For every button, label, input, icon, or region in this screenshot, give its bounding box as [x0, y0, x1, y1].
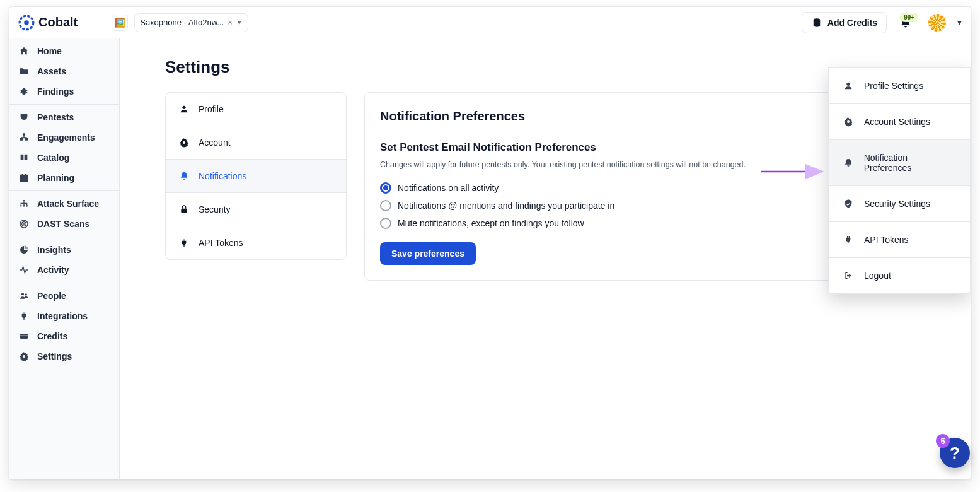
user-menu-api-tokens[interactable]: API Tokens — [829, 222, 970, 258]
sidebar-item-activity[interactable]: Activity — [9, 260, 119, 280]
save-preferences-button[interactable]: Save preferences — [380, 242, 476, 265]
radio-input[interactable] — [380, 182, 391, 194]
avatar[interactable] — [928, 14, 946, 32]
subnav-item-api-tokens[interactable]: API Tokens — [166, 226, 346, 259]
gear-icon — [178, 138, 190, 148]
help-button[interactable]: 5 ? — [940, 438, 970, 468]
sidebar-item-findings[interactable]: Findings — [9, 81, 119, 102]
settings-subnav: ProfileAccountNotificationsSecurityAPI T… — [165, 92, 347, 260]
user-menu-label: Profile Settings — [864, 81, 923, 91]
sidebar-item-label: Planning — [37, 173, 74, 183]
body: HomeAssetsFindingsPentestsEngagementsCat… — [9, 38, 971, 479]
sidebar-item-catalog[interactable]: Catalog — [9, 148, 119, 168]
sidebar-item-dast-scans[interactable]: DAST Scans — [9, 214, 119, 234]
radio-label: Notifications on all activity — [398, 183, 499, 193]
orgchart-icon — [18, 132, 30, 143]
plug-icon — [18, 311, 30, 321]
sidebar-item-label: Home — [37, 46, 62, 56]
project-name: Saxophone - Alto2nw... — [140, 18, 224, 27]
user-menu-security-settings[interactable]: Security Settings — [829, 186, 970, 222]
plug-icon — [843, 235, 854, 245]
lock-icon — [178, 204, 190, 214]
topbar: Cobalt 🖼️ Saxophone - Alto2nw... × ▼ Add… — [9, 7, 971, 38]
user-menu-label: Logout — [864, 271, 891, 281]
sidebar-item-home[interactable]: Home — [9, 41, 119, 61]
user-menu-label: Notification Preferences — [864, 153, 956, 173]
user-menu-logout[interactable]: Logout — [829, 258, 970, 293]
subnav-item-label: Security — [199, 204, 231, 214]
plug-icon — [178, 238, 190, 248]
sidebar-item-settings[interactable]: Settings — [9, 346, 119, 366]
clear-project-icon[interactable]: × — [228, 18, 233, 27]
sidebar-item-credits[interactable]: Credits — [9, 326, 119, 346]
bell-icon — [843, 158, 854, 168]
folder-icon — [18, 66, 30, 76]
sidebar-item-label: Catalog — [37, 153, 69, 163]
sidebar-item-label: People — [37, 291, 66, 301]
subnav-item-account[interactable]: Account — [166, 126, 346, 160]
sidebar-item-label: Integrations — [37, 311, 88, 321]
help-count-badge: 5 — [936, 434, 950, 448]
chevron-down-icon[interactable]: ▼ — [956, 19, 963, 26]
sidebar-item-assets[interactable]: Assets — [9, 61, 119, 81]
radio-label: Notifications @ mentions and findings yo… — [398, 201, 614, 211]
user-menu-profile-settings[interactable]: Profile Settings — [829, 68, 970, 104]
shieldbox-icon — [18, 112, 30, 122]
subnav-item-profile[interactable]: Profile — [166, 93, 346, 126]
user-icon — [843, 81, 854, 91]
app-window: Cobalt 🖼️ Saxophone - Alto2nw... × ▼ Add… — [9, 6, 971, 479]
radio-label: Mute notifications, except on findings y… — [398, 218, 584, 228]
subnav-item-label: Notifications — [199, 171, 246, 181]
logout-icon — [843, 271, 854, 281]
sitemap-icon — [18, 199, 30, 209]
subnav-item-label: Account — [199, 138, 231, 148]
sidebar-item-label: Activity — [37, 265, 69, 275]
bell-icon — [178, 171, 190, 181]
sidebar-item-engagements[interactable]: Engagements — [9, 127, 119, 148]
people-icon — [18, 291, 30, 301]
brand-logo[interactable]: Cobalt — [17, 15, 78, 31]
sidebar-item-integrations[interactable]: Integrations — [9, 306, 119, 326]
coins-icon — [811, 17, 822, 28]
project-selector[interactable]: Saxophone - Alto2nw... × ▼ — [134, 13, 248, 32]
piechart-icon — [18, 245, 30, 255]
sidebar-item-label: Findings — [37, 86, 74, 97]
user-menu-notification-preferences[interactable]: Notification Preferences — [829, 140, 970, 186]
user-menu-label: Security Settings — [864, 199, 930, 209]
activity-icon — [18, 265, 30, 275]
sidebar-item-label: Assets — [37, 66, 66, 76]
card-icon — [18, 331, 30, 341]
sidebar-item-label: Engagements — [37, 132, 95, 143]
radio-input[interactable] — [380, 200, 391, 211]
subnav-item-label: Profile — [199, 104, 224, 114]
sidebar: HomeAssetsFindingsPentestsEngagementsCat… — [9, 38, 120, 479]
sidebar-item-label: Insights — [37, 245, 71, 255]
org-emoji: 🖼️ — [115, 18, 125, 28]
notification-count-badge: 99+ — [900, 13, 918, 22]
user-menu-label: Account Settings — [864, 117, 930, 127]
user-icon — [178, 104, 190, 114]
sidebar-item-attack-surface[interactable]: Attack Surface — [9, 194, 119, 214]
sidebar-item-people[interactable]: People — [9, 286, 119, 306]
subnav-item-security[interactable]: Security — [166, 193, 346, 226]
user-menu-account-settings[interactable]: Account Settings — [829, 104, 970, 140]
subnav-item-notifications[interactable]: Notifications — [166, 160, 346, 193]
calendar-icon — [18, 173, 30, 183]
user-menu-label: API Tokens — [864, 235, 909, 245]
sidebar-item-label: Credits — [37, 331, 67, 341]
sidebar-item-label: Pentests — [37, 112, 74, 122]
chevron-down-icon: ▼ — [236, 19, 243, 26]
sidebar-item-planning[interactable]: Planning — [9, 168, 119, 188]
org-badge[interactable]: 🖼️ — [112, 15, 128, 31]
sidebar-item-insights[interactable]: Insights — [9, 240, 119, 260]
bug-icon — [18, 86, 30, 97]
target-icon — [18, 219, 30, 229]
sidebar-item-label: Settings — [37, 351, 72, 361]
sidebar-item-label: Attack Surface — [37, 199, 99, 209]
radio-input[interactable] — [380, 218, 391, 229]
sidebar-item-pentests[interactable]: Pentests — [9, 107, 119, 127]
add-credits-button[interactable]: Add Credits — [802, 12, 887, 33]
notifications-button[interactable]: 99+ — [899, 16, 912, 29]
book-icon — [18, 153, 30, 163]
sidebar-item-label: DAST Scans — [37, 219, 89, 229]
